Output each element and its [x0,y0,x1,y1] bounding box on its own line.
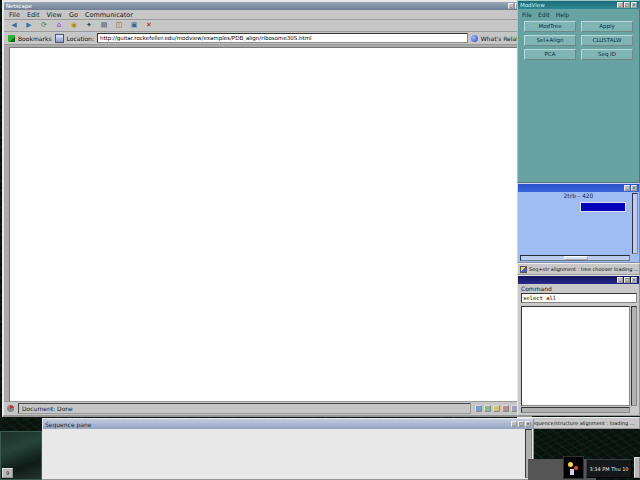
security-icon[interactable]: ◫ [114,21,124,30]
browser-titlebar[interactable]: Netscape _ □ × [4,2,530,10]
location-icon [55,34,64,43]
security-dial-icon[interactable] [7,405,14,412]
sequence-window: Sequence pane _ □ × [42,418,534,480]
whats-related-icon[interactable] [471,35,478,42]
strip1-title: Seq+str alignment : tree chooser loading… [529,266,639,272]
sequence-titlebar[interactable]: Sequence pane _ □ × [43,419,533,429]
control-titlebar[interactable]: ModView _ □ × [518,1,639,9]
icon-dot [568,462,573,467]
browser-locationbar: Bookmarks Location: What's Related [4,32,530,45]
molecule-viewer-canvas[interactable] [9,47,521,404]
desktop: Netscape _ □ × FileEditViewGoCommunicato… [0,0,640,480]
command-input[interactable] [521,293,637,303]
menu-file[interactable]: File [9,11,20,19]
alignment-ruler [129,429,525,434]
molecule-app-icon[interactable] [563,456,584,479]
shop-icon[interactable]: ▣ [129,21,139,30]
stop-icon[interactable]: ✕ [144,21,154,30]
close-icon[interactable]: × [631,185,637,191]
sequence-content [43,429,533,479]
minimize-icon[interactable]: _ [508,3,514,9]
navigator-icon[interactable] [475,405,482,412]
control-title: ModView [520,2,545,8]
control-menu-help[interactable]: Help [556,11,570,18]
maximize-icon[interactable]: □ [518,421,524,427]
bookmarks-icon[interactable] [8,35,15,42]
tree-horizontal-scrollbar[interactable] [520,255,630,261]
menu-communicator[interactable]: Communicator [85,11,133,19]
close-icon[interactable]: × [631,277,637,283]
sel-align-button[interactable]: Sel+Align [524,35,576,46]
control-menubar: FileEditHelp [518,9,639,19]
maximize-icon[interactable]: □ [624,277,630,283]
bookmarks-label[interactable]: Bookmarks [18,35,52,42]
taskbar-strip-alignment[interactable]: Sequence/structure alignment : loading .… [517,417,640,429]
minimize-icon[interactable]: _ [617,2,623,8]
close-icon[interactable]: × [525,421,531,427]
panel-hide-button[interactable] [634,457,640,478]
minimize-icon[interactable]: _ [617,277,623,283]
location-label: Location: [67,35,94,42]
guide-icon[interactable]: ✦ [84,21,94,30]
control-menu-file[interactable]: File [522,11,532,18]
apply-button[interactable]: Apply [581,21,633,32]
control-button-grid: ModTreeApplySel+AlignCLUSTALWPCASeq ID [518,19,639,62]
alignment-area[interactable] [129,429,525,479]
home-icon[interactable]: ⌂ [54,21,64,30]
discussions-icon[interactable] [493,405,500,412]
modview-icon [520,266,527,273]
minimize-icon[interactable]: _ [624,185,630,191]
command-label: Command [518,284,639,293]
icon-dot [574,466,578,470]
scrollbar-thumb[interactable] [564,256,588,260]
menu-edit[interactable]: Edit [27,11,40,19]
menu-go[interactable]: Go [69,11,78,19]
browser-toolbar: ◀▶⟳⌂◉✦▤◫▣✕ [4,20,530,32]
tree-vertical-scrollbar[interactable] [632,193,638,254]
forward-icon[interactable]: ▶ [24,21,34,30]
close-icon[interactable]: × [631,2,637,8]
console-titlebar[interactable]: _ □ × [518,276,639,284]
console-log[interactable] [521,306,630,406]
sequence-title: Sequence pane [45,421,91,428]
reload-icon[interactable]: ⟳ [39,21,49,30]
search-icon[interactable]: ◉ [69,21,79,30]
console-horizontal-scrollbar[interactable] [521,407,630,413]
tree-header: 2trb - 420 [518,192,639,200]
print-icon[interactable]: ▤ [99,21,109,30]
control-panel-window: ModView _ □ × FileEditHelp ModTreeApplyS… [517,0,640,183]
url-input[interactable] [97,33,468,43]
browser-title: Netscape [6,3,32,9]
corner-button[interactable]: 9 [2,468,13,478]
tree-selection-bar[interactable] [580,202,626,212]
control-menu-edit[interactable]: Edit [538,11,550,18]
menu-view[interactable]: View [46,11,61,19]
minimize-icon[interactable]: _ [511,421,517,427]
mailbox-icon[interactable] [484,405,491,412]
composer-icon[interactable] [502,405,509,412]
tree-window: _ × 2trb - 420 [517,183,640,263]
browser-content [4,45,530,406]
browser-statusbar: Document: Done [4,401,530,415]
taskbar-strip-tree[interactable]: Seq+str alignment : tree chooser loading… [517,263,640,275]
seq-id-button[interactable]: Seq ID [581,49,633,60]
clock[interactable]: 3:34 PM Thu 10 [586,459,632,478]
maximize-icon[interactable]: □ [624,2,630,8]
console-window: _ □ × Command [517,275,640,416]
browser-window: Netscape _ □ × FileEditViewGoCommunicato… [2,0,532,417]
console-vertical-scrollbar[interactable] [631,306,637,406]
browser-menubar: FileEditViewGoCommunicator [4,10,530,20]
modtree-button[interactable]: ModTree [524,21,576,32]
pca-button[interactable]: PCA [524,49,576,60]
clustalw-button[interactable]: CLUSTALW [581,35,633,46]
back-icon[interactable]: ◀ [9,21,19,30]
tree-titlebar[interactable]: _ × [518,184,639,192]
icon-dot [570,469,574,475]
status-text: Document: Done [18,403,471,414]
strip2-title: Sequence/structure alignment : loading .… [529,420,635,426]
